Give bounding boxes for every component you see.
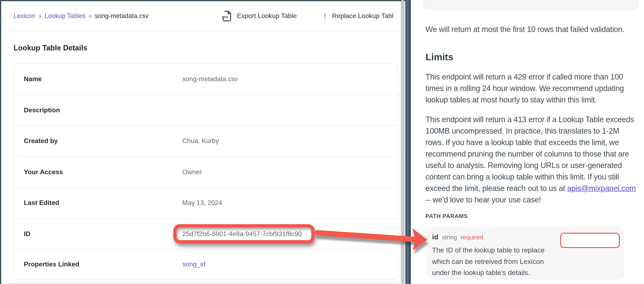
window-divider <box>406 0 411 284</box>
table-row-last-edited: Last Edited May 13, 2024 <box>14 188 398 219</box>
apis-mixpanel-email-link[interactable]: apis@mixpanel.com <box>567 184 636 193</box>
param-name: id <box>432 233 438 241</box>
replace-lookup-table-button[interactable]: ↑ Replace Lookup Tabl <box>323 1 393 31</box>
breadcrumb: Lexicon › Lookup Tables › song-metadata.… <box>14 1 149 31</box>
breadcrumb-separator-icon: › <box>89 12 91 19</box>
table-row-properties-linked: Properties Linked song_id <box>14 250 398 279</box>
param-header: id string required <box>432 233 484 241</box>
row-label: Properties Linked <box>14 261 182 268</box>
id-param-input[interactable] <box>560 233 620 248</box>
table-row-your-access: Your Access Owner <box>14 157 398 188</box>
table-row-created-by: Created by Chua, Kurby <box>14 126 398 157</box>
breadcrumb-current-file: song-metadata.csv <box>95 12 149 20</box>
replace-lookup-table-label: Replace Lookup Tabl <box>332 12 393 20</box>
up-arrow-icon: ↑ <box>323 11 327 20</box>
breadcrumb-lexicon[interactable]: Lexicon <box>14 12 36 20</box>
paragraph-text: -- we'd love to hear your use case! <box>426 195 541 204</box>
paragraph-text: This endpoint will return a 413 error if… <box>426 115 634 193</box>
page-title: Lookup Table Details <box>14 44 87 52</box>
export-lookup-table-label: Export Lookup Table <box>237 12 297 20</box>
row-label: Your Access <box>14 168 182 176</box>
csv-file-icon: csv <box>222 11 232 21</box>
path-params-heading: PATH PARAMS <box>426 213 468 219</box>
row-label: ID <box>14 230 182 238</box>
api-docs-panel: We will return at most the first 10 rows… <box>411 0 644 284</box>
code-block-bottom <box>424 0 638 10</box>
row-label: Created by <box>14 138 182 145</box>
svg-text:csv: csv <box>222 15 228 19</box>
breadcrumb-lookup-tables[interactable]: Lookup Tables <box>45 12 86 20</box>
row-label: Description <box>14 107 182 114</box>
path-param-card-id: id string required The ID of the lookup … <box>428 227 624 279</box>
param-type: string <box>442 234 457 241</box>
screenshot-stage: Lexicon › Lookup Tables › song-metadata.… <box>0 0 644 284</box>
row-value: Chua, Kurby <box>182 138 219 145</box>
param-required-badge: required <box>461 234 484 241</box>
limits-paragraph-429: This endpoint will return a 429 error if… <box>426 71 638 106</box>
param-description: The ID of the lookup table to replace wh… <box>432 245 555 279</box>
limits-heading: Limits <box>426 52 453 63</box>
horizontal-scrollbar[interactable] <box>5 283 399 284</box>
vertical-scrollbar[interactable] <box>401 0 404 284</box>
row-value: Owner <box>182 168 202 176</box>
details-card: Name song-metadata.csv Description Creat… <box>14 64 398 280</box>
table-row-description: Description <box>14 95 398 126</box>
row-value: May 13, 2024 <box>182 199 222 207</box>
row-value: song-metadata.csv <box>182 76 238 83</box>
annotation-highlight-box <box>173 224 314 243</box>
row-label: Name <box>14 76 182 83</box>
row-label: Last Edited <box>14 199 182 207</box>
limits-paragraph-413: This endpoint will return a 413 error if… <box>426 114 638 206</box>
table-row-name: Name song-metadata.csv <box>14 64 398 95</box>
export-lookup-table-button[interactable]: csv Export Lookup Table <box>222 1 297 31</box>
breadcrumb-separator-icon: › <box>39 12 41 19</box>
linked-property-link[interactable]: song_id <box>182 261 205 268</box>
docs-intro-text: We will return at most the first 10 rows… <box>426 25 624 34</box>
left-window-header: Lexicon › Lookup Tables › song-metadata.… <box>1 1 400 31</box>
